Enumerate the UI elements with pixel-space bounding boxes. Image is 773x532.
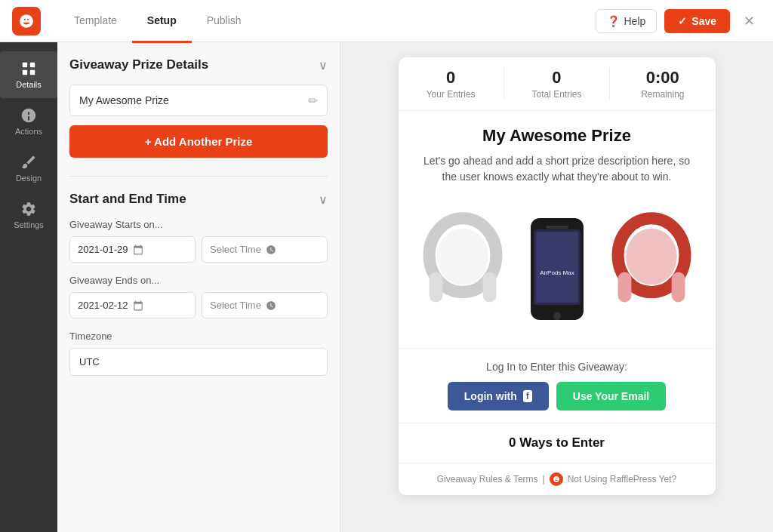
end-time-row: 2021-02-12 Select Time <box>69 292 328 318</box>
tab-publish[interactable]: Publish <box>192 1 257 43</box>
nav-tabs: Template Setup Publish <box>59 0 596 42</box>
sidebar-item-details[interactable]: Details <box>0 51 57 98</box>
settings-panel: Giveaway Prize Details ∨ ✏ + Add Another… <box>57 42 340 532</box>
svg-point-7 <box>437 229 488 285</box>
timezone-label: Timezone <box>69 331 328 342</box>
end-label: Giveaway Ends on... <box>69 275 328 286</box>
end-date-input[interactable]: 2021-02-12 <box>69 292 196 318</box>
preview-area: 0 Your Entries 0 Total Entries 0:00 Rema… <box>340 42 773 532</box>
timezone-input[interactable] <box>69 348 328 376</box>
sidebar-item-actions[interactable]: Actions <box>0 98 57 145</box>
footer-not-using[interactable]: Not Using RafflePress Yet? <box>568 474 677 484</box>
svg-rect-6 <box>482 272 496 302</box>
sidebar-item-settings[interactable]: Settings <box>0 192 57 238</box>
login-label: Log In to Enter this Giveaway: <box>417 361 698 373</box>
prize-section-header: Giveaway Prize Details ∨ <box>69 57 328 72</box>
sidebar: Details Actions Design Settings <box>0 42 57 532</box>
prize-name-input[interactable] <box>79 85 308 115</box>
stat-your-entries: 0 Your Entries <box>399 68 504 100</box>
start-time-select[interactable]: Select Time <box>202 236 328 263</box>
facebook-icon: f <box>523 390 532 402</box>
preview-card: 0 Your Entries 0 Total Entries 0:00 Rema… <box>399 57 716 495</box>
tab-setup[interactable]: Setup <box>132 1 192 43</box>
svg-text:AirPods Max: AirPods Max <box>540 269 574 276</box>
close-button[interactable]: ✕ <box>738 10 761 32</box>
time-chevron-icon[interactable]: ∨ <box>319 192 328 207</box>
check-icon: ✓ <box>678 15 687 27</box>
time-section-header: Start and End Time ∨ <box>69 192 328 207</box>
svg-rect-5 <box>429 272 442 302</box>
svg-point-13 <box>553 312 561 320</box>
help-button[interactable]: ❓ Help <box>596 9 658 33</box>
logo-icon <box>12 7 41 35</box>
end-time-select[interactable]: Select Time <box>202 292 328 318</box>
ways-title: 0 Ways to Enter <box>417 435 698 451</box>
start-time-row: 2021-01-29 Select Time <box>69 236 328 263</box>
svg-rect-2 <box>23 70 27 75</box>
svg-rect-10 <box>536 232 578 303</box>
section-divider <box>69 176 328 177</box>
start-date-input[interactable]: 2021-01-29 <box>69 236 196 263</box>
email-login-button[interactable]: Use Your Email <box>556 382 666 411</box>
login-section: Log In to Enter this Giveaway: Login wit… <box>399 348 716 423</box>
time-section-title: Start and End Time <box>69 192 186 207</box>
prize-chevron-icon[interactable]: ∨ <box>319 58 328 72</box>
white-headphone-icon <box>414 208 512 329</box>
facebook-login-button[interactable]: Login with f <box>448 382 549 411</box>
ways-section: 0 Ways to Enter <box>399 423 716 463</box>
svg-rect-12 <box>546 226 568 229</box>
red-headphone-icon <box>602 208 701 329</box>
prize-info: My Awesome Prize Let's go ahead and add … <box>399 111 716 197</box>
svg-rect-16 <box>671 272 685 302</box>
svg-rect-15 <box>617 272 631 302</box>
rafflepress-logo-icon <box>550 472 563 486</box>
svg-rect-1 <box>30 63 35 67</box>
preview-prize-name: My Awesome Prize <box>417 126 698 146</box>
login-buttons: Login with f Use Your Email <box>417 382 698 411</box>
svg-rect-0 <box>23 63 27 67</box>
svg-rect-3 <box>30 70 35 75</box>
stat-remaining: 0:00 Remaining <box>610 68 715 100</box>
start-label: Giveaway Starts on... <box>69 219 328 230</box>
question-icon: ❓ <box>607 15 620 27</box>
prize-input-row: ✏ <box>69 85 328 116</box>
save-button[interactable]: ✓ Save <box>664 9 730 33</box>
prize-image: AirPods Max <box>399 197 716 348</box>
tab-template[interactable]: Template <box>59 1 132 43</box>
stats-bar: 0 Your Entries 0 Total Entries 0:00 Rema… <box>399 57 716 111</box>
main-layout: Details Actions Design Settings Giveaway… <box>0 42 773 532</box>
prize-section-title: Giveaway Prize Details <box>69 57 208 72</box>
preview-prize-desc: Let's go ahead and add a short prize des… <box>417 153 698 185</box>
footer-rules-link[interactable]: Giveaway Rules & Terms <box>437 474 538 484</box>
add-prize-button[interactable]: + Add Another Prize <box>69 125 328 158</box>
stat-total-entries: 0 Total Entries <box>504 68 609 100</box>
sidebar-item-design[interactable]: Design <box>0 145 57 192</box>
top-nav: Template Setup Publish ❓ Help ✓ Save ✕ <box>0 0 773 42</box>
preview-footer: Giveaway Rules & Terms | Not Using Raffl… <box>399 463 716 495</box>
nav-right: ❓ Help ✓ Save ✕ <box>596 9 762 33</box>
edit-icon[interactable]: ✏ <box>308 94 318 108</box>
svg-point-17 <box>626 229 677 285</box>
phone-icon: AirPods Max <box>527 214 587 324</box>
